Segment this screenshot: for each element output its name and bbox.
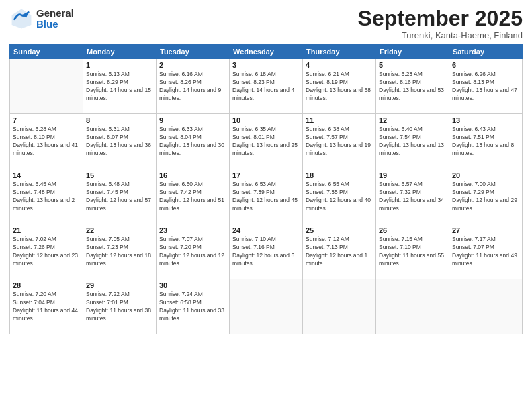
day-info: Sunrise: 7:22 AMSunset: 7:01 PMDaylight:… xyxy=(86,291,153,323)
col-saturday: Saturday xyxy=(449,45,523,59)
day-number: 1 xyxy=(86,61,153,69)
day-info: Sunrise: 6:50 AMSunset: 7:42 PMDaylight:… xyxy=(159,181,226,213)
logo-text: General Blue xyxy=(36,8,74,30)
day-info: Sunrise: 6:40 AMSunset: 7:54 PMDaylight:… xyxy=(379,126,446,158)
table-row xyxy=(376,279,449,334)
day-number: 6 xyxy=(452,61,519,69)
calendar-week-row: 1 Sunrise: 6:13 AMSunset: 8:29 PMDayligh… xyxy=(10,59,523,114)
table-row xyxy=(449,279,523,334)
day-info: Sunrise: 6:38 AMSunset: 7:57 PMDaylight:… xyxy=(306,126,373,158)
table-row xyxy=(10,59,83,114)
table-row: 15 Sunrise: 6:48 AMSunset: 7:45 PMDaylig… xyxy=(83,169,157,224)
table-row: 21 Sunrise: 7:02 AMSunset: 7:26 PMDaylig… xyxy=(10,224,83,279)
header: General Blue September 2025 Turenki, Kan… xyxy=(9,7,523,40)
logo-blue-text: Blue xyxy=(36,19,74,30)
day-number: 30 xyxy=(159,281,226,289)
logo-general-text: General xyxy=(36,8,74,19)
logo-icon xyxy=(9,7,34,31)
table-row: 28 Sunrise: 7:20 AMSunset: 7:04 PMDaylig… xyxy=(10,279,83,334)
table-row xyxy=(303,279,376,334)
table-row: 6 Sunrise: 6:26 AMSunset: 8:13 PMDayligh… xyxy=(449,59,523,114)
page: General Blue September 2025 Turenki, Kan… xyxy=(0,0,532,411)
day-info: Sunrise: 6:28 AMSunset: 8:10 PMDaylight:… xyxy=(13,126,80,158)
day-info: Sunrise: 7:17 AMSunset: 7:07 PMDaylight:… xyxy=(452,236,519,268)
col-tuesday: Tuesday xyxy=(157,45,230,59)
day-info: Sunrise: 7:15 AMSunset: 7:10 PMDaylight:… xyxy=(379,236,446,268)
table-row: 1 Sunrise: 6:13 AMSunset: 8:29 PMDayligh… xyxy=(83,59,157,114)
day-info: Sunrise: 6:53 AMSunset: 7:39 PMDaylight:… xyxy=(232,181,300,213)
day-number: 22 xyxy=(86,226,153,234)
calendar-week-row: 28 Sunrise: 7:20 AMSunset: 7:04 PMDaylig… xyxy=(10,279,523,334)
col-sunday: Sunday xyxy=(10,45,83,59)
day-number: 19 xyxy=(379,171,446,179)
table-row: 29 Sunrise: 7:22 AMSunset: 7:01 PMDaylig… xyxy=(83,279,157,334)
table-row: 24 Sunrise: 7:10 AMSunset: 7:16 PMDaylig… xyxy=(230,224,303,279)
table-row xyxy=(230,279,303,334)
table-row: 23 Sunrise: 7:07 AMSunset: 7:20 PMDaylig… xyxy=(157,224,230,279)
calendar-header-row: Sunday Monday Tuesday Wednesday Thursday… xyxy=(10,45,523,59)
logo: General Blue xyxy=(9,7,74,31)
day-number: 12 xyxy=(379,116,446,124)
day-info: Sunrise: 6:26 AMSunset: 8:13 PMDaylight:… xyxy=(452,71,519,103)
table-row: 4 Sunrise: 6:21 AMSunset: 8:19 PMDayligh… xyxy=(303,59,376,114)
calendar-table: Sunday Monday Tuesday Wednesday Thursday… xyxy=(9,44,523,334)
table-row: 9 Sunrise: 6:33 AMSunset: 8:04 PMDayligh… xyxy=(157,114,230,169)
day-info: Sunrise: 6:35 AMSunset: 8:01 PMDaylight:… xyxy=(232,126,300,158)
table-row: 18 Sunrise: 6:55 AMSunset: 7:35 PMDaylig… xyxy=(303,169,376,224)
table-row: 12 Sunrise: 6:40 AMSunset: 7:54 PMDaylig… xyxy=(376,114,449,169)
day-number: 25 xyxy=(306,226,373,234)
table-row: 25 Sunrise: 7:12 AMSunset: 7:13 PMDaylig… xyxy=(303,224,376,279)
table-row: 3 Sunrise: 6:18 AMSunset: 8:23 PMDayligh… xyxy=(230,59,303,114)
table-row: 27 Sunrise: 7:17 AMSunset: 7:07 PMDaylig… xyxy=(449,224,523,279)
day-number: 27 xyxy=(452,226,519,234)
table-row: 19 Sunrise: 6:57 AMSunset: 7:32 PMDaylig… xyxy=(376,169,449,224)
day-number: 17 xyxy=(232,171,300,179)
day-info: Sunrise: 7:10 AMSunset: 7:16 PMDaylight:… xyxy=(232,236,300,268)
day-info: Sunrise: 7:20 AMSunset: 7:04 PMDaylight:… xyxy=(13,291,80,323)
day-info: Sunrise: 6:33 AMSunset: 8:04 PMDaylight:… xyxy=(159,126,226,158)
day-number: 8 xyxy=(86,116,153,124)
day-number: 29 xyxy=(86,281,153,289)
day-info: Sunrise: 7:07 AMSunset: 7:20 PMDaylight:… xyxy=(159,236,226,268)
table-row: 5 Sunrise: 6:23 AMSunset: 8:16 PMDayligh… xyxy=(376,59,449,114)
day-info: Sunrise: 7:12 AMSunset: 7:13 PMDaylight:… xyxy=(306,236,373,268)
day-info: Sunrise: 6:18 AMSunset: 8:23 PMDaylight:… xyxy=(232,71,300,103)
table-row: 13 Sunrise: 6:43 AMSunset: 7:51 PMDaylig… xyxy=(449,114,523,169)
col-thursday: Thursday xyxy=(303,45,376,59)
day-number: 26 xyxy=(379,226,446,234)
day-number: 18 xyxy=(306,171,373,179)
day-number: 2 xyxy=(159,61,226,69)
day-info: Sunrise: 6:48 AMSunset: 7:45 PMDaylight:… xyxy=(86,181,153,213)
calendar-subtitle: Turenki, Kanta-Haeme, Finland xyxy=(358,30,523,40)
day-info: Sunrise: 7:02 AMSunset: 7:26 PMDaylight:… xyxy=(13,236,80,268)
day-number: 9 xyxy=(159,116,226,124)
day-info: Sunrise: 6:55 AMSunset: 7:35 PMDaylight:… xyxy=(306,181,373,213)
table-row: 2 Sunrise: 6:16 AMSunset: 8:26 PMDayligh… xyxy=(157,59,230,114)
day-number: 24 xyxy=(232,226,300,234)
calendar-week-row: 21 Sunrise: 7:02 AMSunset: 7:26 PMDaylig… xyxy=(10,224,523,279)
day-info: Sunrise: 6:16 AMSunset: 8:26 PMDaylight:… xyxy=(159,71,226,103)
day-info: Sunrise: 6:57 AMSunset: 7:32 PMDaylight:… xyxy=(379,181,446,213)
day-number: 15 xyxy=(86,171,153,179)
day-number: 23 xyxy=(159,226,226,234)
day-number: 16 xyxy=(159,171,226,179)
table-row: 20 Sunrise: 7:00 AMSunset: 7:29 PMDaylig… xyxy=(449,169,523,224)
day-info: Sunrise: 6:45 AMSunset: 7:48 PMDaylight:… xyxy=(13,181,80,213)
day-number: 20 xyxy=(452,171,519,179)
table-row: 10 Sunrise: 6:35 AMSunset: 8:01 PMDaylig… xyxy=(230,114,303,169)
table-row: 14 Sunrise: 6:45 AMSunset: 7:48 PMDaylig… xyxy=(10,169,83,224)
title-block: September 2025 Turenki, Kanta-Haeme, Fin… xyxy=(358,7,523,40)
day-info: Sunrise: 6:21 AMSunset: 8:19 PMDaylight:… xyxy=(306,71,373,103)
col-monday: Monday xyxy=(83,45,157,59)
day-number: 14 xyxy=(13,171,80,179)
day-number: 28 xyxy=(13,281,80,289)
table-row: 16 Sunrise: 6:50 AMSunset: 7:42 PMDaylig… xyxy=(157,169,230,224)
day-info: Sunrise: 6:23 AMSunset: 8:16 PMDaylight:… xyxy=(379,71,446,103)
table-row: 22 Sunrise: 7:05 AMSunset: 7:23 PMDaylig… xyxy=(83,224,157,279)
day-number: 13 xyxy=(452,116,519,124)
day-number: 5 xyxy=(379,61,446,69)
day-info: Sunrise: 7:05 AMSunset: 7:23 PMDaylight:… xyxy=(86,236,153,268)
day-number: 7 xyxy=(13,116,80,124)
calendar-title: September 2025 xyxy=(358,7,523,30)
day-info: Sunrise: 6:31 AMSunset: 8:07 PMDaylight:… xyxy=(86,126,153,158)
